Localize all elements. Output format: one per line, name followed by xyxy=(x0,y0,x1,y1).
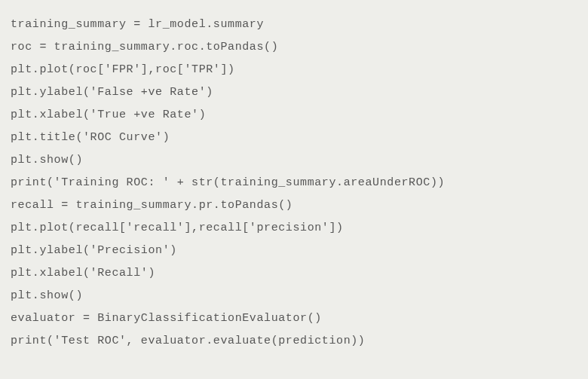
code-line: print('Test ROC', evaluator.evaluate(pre… xyxy=(11,330,577,353)
code-line: plt.xlabel('Recall') xyxy=(11,262,577,285)
code-line: plt.title('ROC Curve') xyxy=(11,127,577,149)
code-line: print('Training ROC: ' + str(training_su… xyxy=(11,172,577,194)
code-line: recall = training_summary.pr.toPandas() xyxy=(11,194,577,217)
code-line: training_summary = lr_model.summary xyxy=(11,14,577,36)
code-line: roc = training_summary.roc.toPandas() xyxy=(11,36,577,59)
code-line: plt.plot(recall['recall'],recall['precis… xyxy=(11,217,577,240)
code-line: plt.show() xyxy=(11,285,577,307)
code-line: plt.show() xyxy=(11,149,577,172)
code-line: plt.plot(roc['FPR'],roc['TPR']) xyxy=(11,59,577,81)
code-line: plt.ylabel('Precision') xyxy=(11,240,577,262)
code-line: plt.ylabel('False +ve Rate') xyxy=(11,81,577,104)
code-block: training_summary = lr_model.summary roc … xyxy=(0,0,588,360)
code-line: evaluator = BinaryClassificationEvaluato… xyxy=(11,307,577,330)
code-line: plt.xlabel('True +ve Rate') xyxy=(11,104,577,127)
